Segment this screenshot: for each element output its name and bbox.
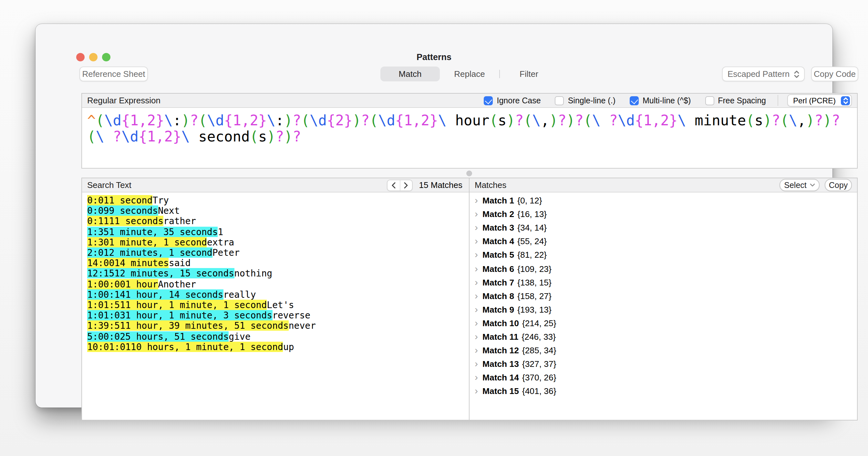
match-list-item[interactable]: › Match 2 {16, 13} [469,207,857,221]
disclosure-chevron-icon: › [475,250,483,259]
match-item-range: {0, 12} [517,196,542,205]
search-text-line: 1:301 minute, 1 secondextra [87,237,469,247]
splitter-handle[interactable] [466,171,472,176]
search-text-line: 5:00:025 hours, 51 secondsgive [87,331,469,341]
match-item-range: {246, 33} [522,332,556,342]
match-list-item[interactable]: › Match 15 {401, 36} [469,385,857,398]
match-item-label: Match 7 [483,277,514,287]
copy-matches-button[interactable]: Copy [825,179,852,191]
flavor-select[interactable]: Perl (PCRE) [787,94,852,107]
unmatched-text: rather [163,216,196,226]
disclosure-chevron-icon: › [475,290,483,300]
match-item-label: Match 10 [483,318,519,328]
option-label: Ignore Case [497,96,540,105]
disclosure-chevron-icon: › [475,195,483,205]
match-highlight: 1:00:141 hour, 14 seconds [87,290,223,300]
select-label: Select [784,181,807,189]
regex-pattern-line: (\ ?\d{1,2}\ second(s)?)? [87,128,852,145]
match-list-item[interactable]: › Match 4 {55, 24} [469,235,857,248]
match-item-label: Match 14 [483,373,519,383]
disclosure-chevron-icon: › [475,359,483,368]
match-list-item[interactable]: › Match 9 {193, 13} [469,303,857,316]
regex-option-checkbox[interactable]: Single-line (.) [555,96,616,105]
match-highlight: 0:1111 seconds [87,216,163,226]
match-list-item[interactable]: › Match 1 {0, 12} [469,194,857,207]
disclosure-chevron-icon: › [475,209,483,218]
match-list-item[interactable]: › Match 13 {327, 37} [469,357,857,371]
regex-panel-title: Regular Expression [87,96,160,105]
match-list-item[interactable]: › Match 3 {34, 14} [469,221,857,235]
chevron-up-down-icon [794,70,799,78]
unmatched-text: reverse [272,310,310,321]
match-item-range: {55, 24} [517,237,547,246]
regex-pattern-line: ^(\d{1,2}\:)?(\d{1,2}\:)?(\d{2})?(\d{1,2… [87,112,852,128]
regex-options: Ignore Case Single-line (.) Multi-line (… [484,96,766,105]
match-item-range: {193, 13} [517,305,552,314]
match-list-item[interactable]: › Match 10 {214, 25} [469,316,857,330]
checkbox-icon [555,96,564,105]
next-match-button[interactable] [400,180,412,190]
match-highlight: 12:1512 minutes, 15 seconds [87,268,234,279]
unmatched-text: nothing [234,268,272,279]
search-text-line: 0:011 secondTry [87,195,469,205]
search-text-line: 12:1512 minutes, 15 secondsnothing [87,268,469,279]
disclosure-chevron-icon: › [475,331,483,341]
unmatched-text: Next [158,205,180,216]
match-item-label: Match 6 [483,264,514,274]
checkbox-icon [484,96,493,105]
copy-code-button[interactable]: Copy Code [811,66,858,81]
search-text-line: 10:01:0110 hours, 1 minute, 1 secondup [87,342,469,352]
match-item-label: Match 11 [483,332,518,342]
regex-option-checkbox[interactable]: Ignore Case [484,96,540,105]
match-item-range: {138, 15} [517,277,552,287]
match-list-item[interactable]: › Match 12 {285, 34} [469,344,857,357]
unmatched-text: Another [158,279,196,289]
window-title: Patterns [35,52,833,62]
match-highlight: 5:00:025 hours, 51 seconds [87,331,228,341]
search-text-line: 1:00:001 hourAnother [87,279,469,289]
regex-pattern-field[interactable]: ^(\d{1,2}\:)?(\d{1,2}\:)?(\d{2})?(\d{1,2… [82,108,857,149]
reference-sheet-button[interactable]: Reference Sheet [80,66,148,81]
match-list-item[interactable]: › Match 11 {246, 33} [469,330,857,344]
option-label: Free Spacing [718,96,766,105]
search-text-line: 1:39:511 hour, 39 minutes, 51 secondsnev… [87,321,469,331]
match-item-range: {401, 36} [522,387,556,396]
match-list-item[interactable]: › Match 5 {81, 22} [469,248,857,262]
matches-title: Matches [475,180,506,190]
search-text-line: 1:01:511 hour, 1 minute, 1 secondLet's [87,300,469,310]
match-highlight: 1:01:031 hour, 1 minute, 3 seconds [87,310,272,321]
patterns-window: Patterns Reference Sheet Match Replace F… [35,24,833,407]
unmatched-text: never [289,321,316,331]
search-text-line: 14:0014 minutessaid [87,258,469,268]
tab-filter[interactable]: Filter [499,66,559,81]
regex-option-checkbox[interactable]: Multi-line (^$) [630,96,691,105]
search-text-header: Search Text 15 Matches [82,178,469,192]
match-item-label: Match 8 [483,291,514,301]
tab-match[interactable]: Match [380,66,440,81]
select-dropdown-button[interactable]: Select [779,179,819,191]
search-text-line: 0:099 secondsNext [87,205,469,216]
search-text-field[interactable]: 0:011 secondTry0:099 secondsNext0:1111 s… [82,192,469,352]
escaped-pattern-dropdown[interactable]: Escaped Pattern [722,66,805,81]
unmatched-text: extra [207,237,234,247]
regex-option-checkbox[interactable]: Free Spacing [705,96,766,105]
tab-replace[interactable]: Replace [440,66,499,81]
match-count: 15 Matches [419,180,462,190]
option-label: Multi-line (^$) [643,96,691,105]
regex-panel-header: Regular Expression Ignore Case Single-li… [82,94,857,108]
previous-match-button[interactable] [388,180,400,190]
match-highlight: 1:00:001 hour [87,279,158,289]
match-item-label: Match 9 [483,305,514,314]
disclosure-chevron-icon: › [475,345,483,355]
match-list-item[interactable]: › Match 7 {138, 15} [469,275,857,289]
search-text-line: 1:351 minute, 35 seconds1 [87,226,469,237]
match-list-item[interactable]: › Match 8 {158, 27} [469,289,857,303]
match-item-label: Match 13 [483,359,519,369]
unmatched-text: give [228,331,250,341]
unmatched-text: 1 [218,226,223,237]
match-item-range: {16, 13} [517,209,547,219]
match-list-item[interactable]: › Match 6 {109, 23} [469,262,857,275]
match-nav-buttons [387,179,413,191]
match-list-item[interactable]: › Match 14 {370, 26} [469,371,857,384]
unmatched-text: Let's [267,300,294,310]
